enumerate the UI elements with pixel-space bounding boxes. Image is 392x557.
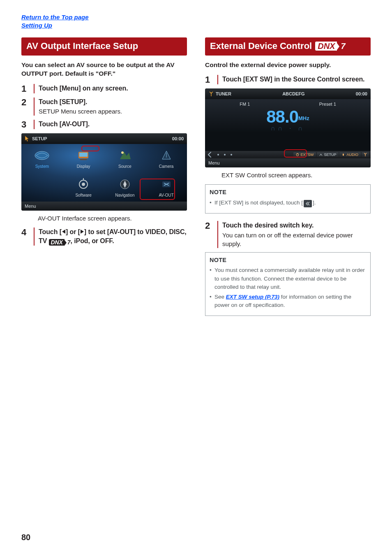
- screenshot-clock: 00:00: [172, 136, 184, 141]
- screenshot-topbar: TUNER ABCDEFG 00:00: [205, 88, 371, 99]
- step-number: 3: [21, 120, 30, 129]
- link-ext-sw-setup[interactable]: EXT SW setup (P.73): [226, 294, 279, 300]
- step-title: Touch [AV-OUT].: [39, 120, 187, 129]
- screenshot-setup-menu: SETUP 00:00 System Display Sour: [21, 133, 187, 211]
- link-return-top[interactable]: Return to the Top page: [21, 13, 371, 21]
- triangle-right-icon: [81, 230, 84, 234]
- step-number: 2: [21, 97, 30, 116]
- section-title-external-device: External Device Control DNX7: [205, 37, 371, 56]
- tuner-frequency: 88.0MHz ∩∩ · ∩: [205, 108, 371, 132]
- page-number: 80: [21, 533, 30, 542]
- note-box-2: NOTE You must connect a commercially ava…: [205, 252, 371, 316]
- svg-rect-3: [79, 153, 88, 157]
- screenshot-tuner: TUNER ABCDEFG 00:00 FM 1 Preset 1 88.0MH…: [205, 88, 371, 167]
- button-antenna[interactable]: [362, 152, 369, 157]
- chevron-double-left-icon: [304, 200, 312, 207]
- svg-rect-4: [80, 159, 87, 160]
- section-title-av-output: AV Output Interface Setup: [21, 37, 187, 56]
- screenshot-bottom-toolbar: EXTSW SETUP AUDIO: [205, 151, 371, 158]
- screenshot-title: TUNER: [216, 91, 231, 96]
- note-title: NOTE: [210, 256, 366, 265]
- screenshot-clock: 00:00: [356, 91, 367, 96]
- setup-cell-system[interactable]: System: [21, 144, 63, 173]
- setup-cell-navigation[interactable]: Navigation: [104, 173, 146, 202]
- step-1: 1 Touch [Menu] on any screen.: [21, 84, 187, 93]
- link-setting-up[interactable]: Setting Up: [21, 21, 371, 30]
- svg-point-5: [121, 151, 124, 154]
- step-title: Touch [SETUP].: [39, 97, 187, 107]
- chevron-left-icon[interactable]: [207, 151, 213, 158]
- screenshot-title: SETUP: [32, 136, 47, 141]
- setup-cell-camera[interactable]: Camera: [145, 144, 187, 173]
- step-number: 4: [21, 227, 30, 246]
- section-title-text: AV Output Interface Setup: [26, 41, 138, 51]
- screenshot-topbar: SETUP 00:00: [21, 133, 187, 144]
- antenna-icon: [208, 91, 214, 97]
- button-extsw[interactable]: EXTSW: [293, 152, 316, 157]
- note-box-1: NOTE If [EXT SW] is not displayed, touch…: [205, 184, 371, 214]
- step-number: 1: [21, 84, 30, 93]
- step-title: Touch the desired switch key.: [222, 221, 371, 230]
- right-column: External Device Control DNX7 Control the…: [205, 37, 371, 316]
- lead-text-right: Control the external device power supply…: [205, 60, 371, 70]
- dnx7-badge: DNX7: [315, 42, 345, 51]
- result-text: AV-OUT Interface screen appears.: [38, 214, 187, 223]
- svg-point-12: [211, 93, 212, 94]
- step-subtext: SETUP Menu screen appears.: [39, 107, 187, 116]
- tuner-band: FM 1: [240, 102, 250, 107]
- svg-point-8: [82, 183, 85, 186]
- note-item: See EXT SW setup (P.73) for information …: [210, 293, 366, 310]
- step-1-right: 1 Touch [EXT SW] in the Source Control s…: [205, 75, 371, 84]
- note-item: You must connect a commercially availabl…: [210, 266, 366, 291]
- header-links: Return to the Top page Setting Up: [21, 13, 371, 30]
- step-title: Touch [] or [] to set [AV-OUT] to VIDEO,…: [39, 227, 187, 246]
- screenshot-menubar[interactable]: Menu: [21, 202, 187, 211]
- left-column: AV Output Interface Setup You can select…: [21, 37, 187, 316]
- step-number: 1: [205, 75, 213, 84]
- setup-cell-avout[interactable]: AV-OUT: [145, 173, 187, 202]
- setup-cell-source[interactable]: Source: [104, 144, 146, 173]
- cursor-icon: [25, 135, 30, 142]
- step-number: 2: [205, 221, 213, 248]
- setup-cell-software[interactable]: Software: [63, 173, 104, 202]
- setup-cell-display[interactable]: Display: [63, 144, 104, 173]
- tuner-preset: Preset 1: [319, 102, 336, 107]
- step-title: Touch [EXT SW] in the Source Control scr…: [222, 75, 371, 84]
- screenshot-menubar[interactable]: Menu: [205, 158, 371, 167]
- note-item: If [EXT SW] is not displayed, touch [].: [210, 199, 366, 207]
- section-title-text: External Device Control: [210, 41, 312, 51]
- step-3: 3 Touch [AV-OUT].: [21, 120, 187, 129]
- button-audio[interactable]: AUDIO: [339, 152, 361, 157]
- svg-rect-14: [297, 153, 298, 155]
- triangle-left-icon: [62, 230, 65, 234]
- note-title: NOTE: [210, 188, 366, 197]
- step-title: Touch [Menu] on any screen.: [39, 84, 187, 93]
- step-4: 4 Touch [] or [] to set [AV-OUT] to VIDE…: [21, 227, 187, 246]
- dnx7-badge-inline: DNX7: [49, 239, 71, 246]
- lead-text-left: You can select an AV source to be output…: [21, 60, 187, 78]
- button-setup[interactable]: SETUP: [317, 152, 339, 157]
- step-subtext: You can turn on or off the external devi…: [222, 231, 371, 248]
- step-2: 2 Touch [SETUP]. SETUP Menu screen appea…: [21, 97, 187, 116]
- result-text: EXT SW Control screen appears.: [221, 171, 371, 179]
- step-2-right: 2 Touch the desired switch key. You can …: [205, 221, 371, 248]
- screenshot-center-top: ABCDEFG: [282, 91, 304, 96]
